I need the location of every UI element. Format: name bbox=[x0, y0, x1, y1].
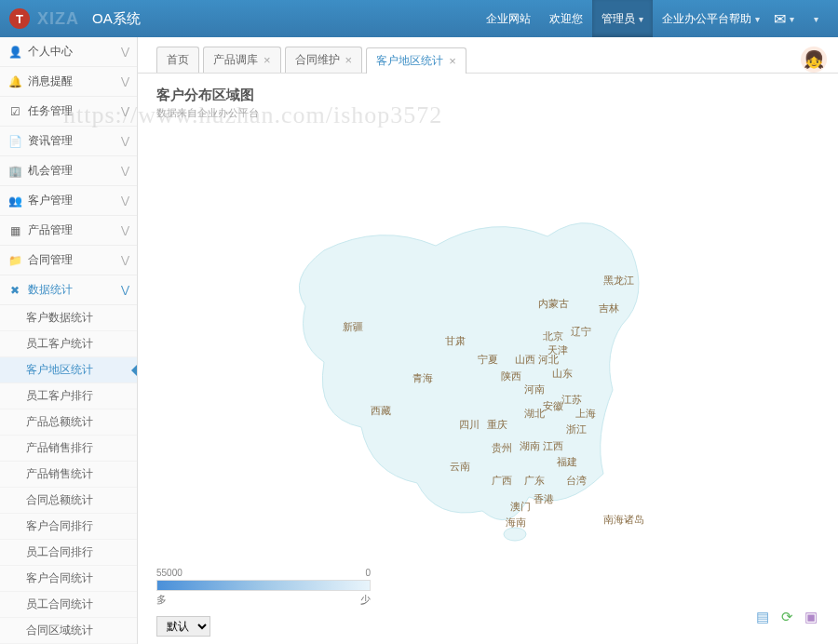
map-legend: 55000 0 多 少 bbox=[156, 568, 371, 607]
sidebar-label: 数据统计 bbox=[28, 282, 73, 298]
tab-1[interactable]: 产品调库× bbox=[203, 47, 281, 73]
nav-help[interactable]: 企业办公平台帮助▾ bbox=[653, 0, 769, 37]
sidebar-sub-11[interactable]: 员工合同统计 bbox=[0, 592, 137, 618]
tab-2[interactable]: 合同维护× bbox=[285, 47, 363, 73]
province-南海诸岛[interactable]: 南海诸岛 bbox=[603, 513, 644, 527]
province-四川[interactable]: 四川 bbox=[459, 418, 480, 432]
sidebar-sub-2[interactable]: 客户地区统计 bbox=[0, 357, 137, 383]
logo-badge: T bbox=[9, 8, 30, 29]
province-湖南[interactable]: 湖南 bbox=[520, 439, 540, 453]
province-甘肃[interactable]: 甘肃 bbox=[445, 334, 466, 348]
province-云南[interactable]: 云南 bbox=[450, 460, 470, 474]
province-贵州[interactable]: 贵州 bbox=[492, 441, 512, 455]
sidebar: 👤个人中心⋁🔔消息提醒⋁☑任务管理⋁📄资讯管理⋁🏢机会管理⋁👥客户管理⋁▦产品管… bbox=[0, 37, 138, 644]
province-湖北[interactable]: 湖北 bbox=[524, 407, 545, 421]
province-重庆[interactable]: 重庆 bbox=[487, 418, 507, 432]
sidebar-item-2[interactable]: ☑任务管理⋁ bbox=[0, 97, 137, 127]
sidebar-item-8[interactable]: ✖数据统计⋁ bbox=[0, 275, 137, 305]
bell-icon: 🔔 bbox=[7, 75, 22, 88]
content-area: 👧 首页产品调库×合同维护×客户地区统计× https://www.huzhan… bbox=[138, 37, 838, 644]
sidebar-item-5[interactable]: 👥客户管理⋁ bbox=[0, 186, 137, 216]
province-北京[interactable]: 北京 bbox=[543, 329, 563, 343]
province-广西[interactable]: 广西 bbox=[492, 474, 512, 488]
province-江西[interactable]: 江西 bbox=[543, 439, 563, 453]
sidebar-sub-9[interactable]: 员工合同排行 bbox=[0, 540, 137, 566]
chart-zone: https://www.huzhan.com/ishop3572 客户分布区域图… bbox=[138, 74, 838, 644]
sidebar-item-7[interactable]: 📁合同管理⋁ bbox=[0, 246, 137, 275]
chevron-icon: ⋁ bbox=[121, 105, 129, 117]
sidebar-item-3[interactable]: 📄资讯管理⋁ bbox=[0, 127, 137, 156]
province-广东[interactable]: 广东 bbox=[524, 474, 545, 488]
sidebar-sub-5[interactable]: 产品销售排行 bbox=[0, 436, 137, 462]
province-吉林[interactable]: 吉林 bbox=[599, 302, 619, 315]
sidebar-sub-10[interactable]: 客户合同统计 bbox=[0, 566, 137, 592]
nav-welcome: 欢迎您 bbox=[540, 0, 592, 37]
close-icon[interactable]: × bbox=[449, 54, 456, 68]
province-辽宁[interactable]: 辽宁 bbox=[571, 325, 591, 339]
chart-title: 客户分布区域图 bbox=[156, 87, 819, 104]
legend-few: 少 bbox=[360, 593, 371, 607]
building-icon: 🏢 bbox=[7, 165, 22, 178]
chevron-icon: ⋁ bbox=[121, 165, 129, 177]
province-台湾[interactable]: 台湾 bbox=[566, 474, 587, 488]
province-河南[interactable]: 河南 bbox=[524, 382, 545, 396]
chevron-icon: ⋁ bbox=[121, 284, 129, 296]
group-icon: 👥 bbox=[7, 195, 22, 208]
province-福建[interactable]: 福建 bbox=[557, 455, 577, 469]
sidebar-sub-1[interactable]: 员工客户统计 bbox=[0, 331, 137, 357]
sidebar-sub-12[interactable]: 合同区域统计 bbox=[0, 618, 137, 644]
nav-site[interactable]: 企业网站 bbox=[477, 0, 540, 37]
chevron-icon: ⋁ bbox=[121, 254, 129, 266]
sidebar-sub-6[interactable]: 产品销售统计 bbox=[0, 462, 137, 488]
view-select[interactable]: 默认 bbox=[156, 616, 210, 637]
close-icon[interactable]: × bbox=[264, 53, 271, 67]
save-icon[interactable]: ▣ bbox=[803, 609, 819, 625]
sidebar-sub-4[interactable]: 产品总额统计 bbox=[0, 409, 137, 436]
more-icon[interactable]: ▾ bbox=[804, 9, 823, 28]
china-map bbox=[250, 167, 696, 557]
province-青海[interactable]: 青海 bbox=[412, 371, 433, 385]
sidebar-item-4[interactable]: 🏢机会管理⋁ bbox=[0, 156, 137, 186]
province-海南[interactable]: 海南 bbox=[506, 516, 526, 530]
check-icon: ☑ bbox=[7, 105, 22, 118]
sidebar-sub-0[interactable]: 客户数据统计 bbox=[0, 305, 137, 331]
tab-label: 产品调库 bbox=[213, 52, 258, 68]
province-河北[interactable]: 河北 bbox=[538, 353, 559, 367]
province-安徽[interactable]: 安徽 bbox=[543, 399, 563, 413]
province-内蒙古[interactable]: 内蒙古 bbox=[538, 297, 569, 311]
legend-max: 55000 bbox=[156, 568, 182, 578]
legend-many: 多 bbox=[156, 593, 167, 607]
chevron-icon: ⋁ bbox=[121, 195, 129, 207]
avatar[interactable]: 👧 bbox=[801, 47, 827, 73]
sidebar-item-0[interactable]: 👤个人中心⋁ bbox=[0, 37, 137, 67]
tab-0[interactable]: 首页 bbox=[156, 47, 199, 73]
close-icon[interactable]: × bbox=[345, 53, 353, 67]
province-山西[interactable]: 山西 bbox=[515, 353, 535, 367]
sidebar-sub-7[interactable]: 合同总额统计 bbox=[0, 488, 137, 514]
province-上海[interactable]: 上海 bbox=[575, 407, 596, 421]
tab-3[interactable]: 客户地区统计× bbox=[366, 47, 466, 74]
province-江苏[interactable]: 江苏 bbox=[561, 393, 582, 407]
province-宁夏[interactable]: 宁夏 bbox=[478, 353, 498, 367]
topbar: T XIZA OA系统 企业网站 欢迎您 管理员▾ 企业办公平台帮助▾ ✉▾ ▾ bbox=[0, 0, 838, 37]
province-澳门[interactable]: 澳门 bbox=[510, 500, 531, 514]
data-view-icon[interactable]: ▤ bbox=[754, 609, 771, 625]
province-陕西[interactable]: 陕西 bbox=[501, 369, 521, 383]
province-浙江[interactable]: 浙江 bbox=[566, 423, 587, 436]
view-select-dropdown[interactable]: 默认 bbox=[156, 616, 210, 637]
sidebar-item-1[interactable]: 🔔消息提醒⋁ bbox=[0, 67, 137, 97]
sidebar-sub-8[interactable]: 客户合同排行 bbox=[0, 514, 137, 540]
province-西藏[interactable]: 西藏 bbox=[371, 404, 391, 418]
sidebar-sub-3[interactable]: 员工客户排行 bbox=[0, 383, 137, 409]
nav-admin[interactable]: 管理员▾ bbox=[592, 0, 653, 37]
mail-icon[interactable]: ✉▾ bbox=[775, 9, 793, 28]
app-title: OA系统 bbox=[92, 10, 141, 28]
province-黑龙江[interactable]: 黑龙江 bbox=[603, 274, 634, 288]
refresh-icon[interactable]: ⟳ bbox=[778, 609, 795, 625]
sidebar-item-6[interactable]: ▦产品管理⋁ bbox=[0, 216, 137, 246]
province-山东[interactable]: 山东 bbox=[552, 367, 573, 381]
province-香港[interactable]: 香港 bbox=[534, 492, 554, 506]
tabs: 首页产品调库×合同维护×客户地区统计× bbox=[138, 37, 838, 74]
province-新疆[interactable]: 新疆 bbox=[343, 320, 363, 334]
svg-point-0 bbox=[504, 528, 526, 541]
